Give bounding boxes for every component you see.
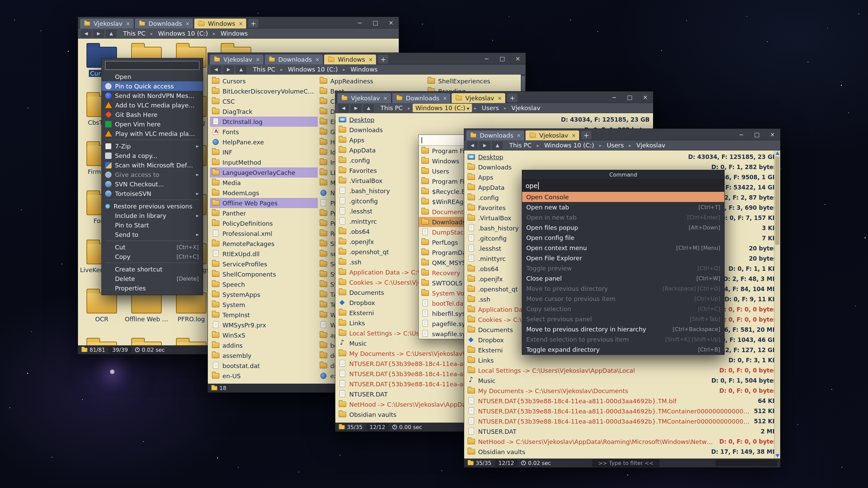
palette-command[interactable]: Select previous panel [Shift+Tab] [522,314,724,324]
tab-close-icon[interactable]: × [315,57,320,63]
file-row[interactable]: DtcInstall.log [210,117,318,127]
minimize-button[interactable]: − [352,17,368,28]
file-row[interactable]: bootstat.dat [210,361,318,371]
scrollbar-thumb[interactable] [775,157,780,245]
tab[interactable]: Vjekoslav × [337,93,391,103]
file-row[interactable]: Offline Web Pages [210,198,318,208]
tab-close-icon[interactable]: × [369,57,373,63]
breadcrumb-item[interactable]: This PC [507,141,534,149]
context-menu-item[interactable]: Include in library [102,211,203,220]
file-icon-item[interactable]: PrintDialog [169,336,214,345]
type-to-filter-hint[interactable]: >> Type to filter << [592,459,659,467]
context-menu-item[interactable]: Copy [Ctrl+C] [102,252,203,261]
file-row[interactable]: CSC [210,96,318,106]
palette-command[interactable]: Open files popup [Alt+Down] [522,222,724,232]
tab-close-icon[interactable]: × [185,21,190,27]
context-menu-item[interactable]: SVN Checkout... [102,179,203,189]
file-row[interactable]: Music D: 0, F: 1, 504 bytes [464,375,780,386]
vertical-scrollbar[interactable] [774,150,780,459]
file-icon-item[interactable]: Prefetch [124,336,169,345]
file-row[interactable]: DiagTrack [210,106,318,117]
context-menu-item[interactable]: Restore previous versions [102,201,203,211]
scroll-up-icon[interactable] [775,151,780,155]
palette-command[interactable]: Open Console [522,192,724,202]
tab[interactable]: Windows × [194,19,246,28]
up-button[interactable]: ▲ [492,141,503,149]
back-button[interactable]: ◀ [467,141,478,149]
context-menu-item[interactable]: TortoiseSVN [102,189,203,198]
breadcrumb-item[interactable]: This PC [378,104,406,112]
file-row[interactable]: NetHood -> C:\Users\Vjekoslav\AppData\Ro… [464,436,780,447]
file-row[interactable]: WMSysPr9.prx [210,320,318,330]
file-row[interactable]: assembly [210,350,318,361]
file-row[interactable]: SystemApps [210,289,318,300]
file-row[interactable]: NTUSER.DAT 2 MB [464,426,780,436]
tab[interactable]: Vjekoslav × [210,55,263,64]
file-row[interactable]: NTUSER.DAT{53b39e88-18c4-11ea-a811-000d3… [464,416,780,426]
close-button[interactable]: × [637,92,653,103]
file-icon-item[interactable]: PolicyDefinitions [79,336,124,345]
forward-button[interactable]: ▶ [351,104,361,112]
palette-command[interactable]: Move to previous directory [Backspace] [… [522,283,724,293]
file-row[interactable]: en-US [210,371,318,381]
file-row[interactable]: Desktop D: 43034, F: 125185, 23 GB [335,115,653,125]
breadcrumb-item[interactable]: Users [604,141,626,149]
new-tab-button[interactable]: + [581,131,591,140]
file-row[interactable]: ServiceProfiles [210,259,318,269]
tab[interactable]: Downloads × [466,130,524,140]
inline-rename-input[interactable] [105,61,199,70]
close-button[interactable]: × [383,17,399,28]
breadcrumb-item[interactable]: Windows 10 (C:) [155,29,211,38]
file-row[interactable]: Local Settings -> C:\Users\Vjekoslav\App… [464,365,780,375]
forward-button[interactable]: ▶ [93,29,104,38]
context-menu-item[interactable]: Open [102,72,203,81]
file-row[interactable]: NTUSER.DAT{53b39e88-18c4-11ea-a811-000d3… [464,406,780,416]
minimize-button[interactable]: − [733,129,749,140]
context-menu-item[interactable]: 7-Zip [102,141,203,151]
palette-command[interactable]: Move to previous directory in hierarchy … [522,324,724,334]
file-row[interactable]: LanguageOverlayCache [210,167,318,178]
file-row[interactable]: ShellExperiences [426,76,526,86]
tab-close-icon[interactable]: × [517,133,521,139]
palette-command[interactable]: Open config file [522,232,724,243]
tab[interactable]: Vjekoslav × [526,130,579,140]
file-row[interactable]: WinSxS [210,330,318,340]
tab-close-icon[interactable]: × [383,95,388,101]
palette-command[interactable]: Close panel [Ctrl+W] [522,273,724,283]
palette-command[interactable]: Toggle preview [Ctrl+Q] [522,263,724,273]
context-menu-item[interactable]: Pin to Quick access [102,81,203,91]
context-menu-item[interactable]: Give access to [102,170,203,179]
back-button[interactable]: ◀ [211,65,221,74]
new-tab-button[interactable]: + [378,55,388,64]
file-row[interactable]: Panther [210,208,318,218]
breadcrumb-item[interactable]: Windows [218,29,250,38]
up-button[interactable]: ▲ [236,65,246,74]
context-menu-item[interactable]: Open Vim here [102,119,203,129]
palette-command[interactable]: Move cursor to previous item [Ctrl+Up] [522,293,724,304]
palette-command[interactable]: Extend selection to previous item [Shift… [522,334,724,344]
context-menu-item[interactable]: Send to [102,230,203,239]
palette-command[interactable]: Copy selection [Ctrl+C] [522,304,724,314]
file-row[interactable]: Professional.xml [210,228,318,239]
tab-close-icon[interactable]: × [256,57,260,63]
minimize-button[interactable]: − [479,53,494,64]
file-row[interactable]: AppReadiness [318,76,426,86]
file-row[interactable]: InputMethod [210,157,318,167]
breadcrumb-item[interactable]: Windows 10 (C:) [413,104,472,112]
tab-close-icon[interactable]: × [126,21,130,27]
file-row[interactable]: Obsidian vaults D: 17, F: 149, 38 MB [464,447,780,457]
breadcrumb-item[interactable]: Windows 10 (C:) [541,141,597,149]
context-menu-item[interactable]: Delete [Delete] [102,274,203,283]
breadcrumb-item[interactable]: Windows 10 (C:) [285,65,340,74]
file-row[interactable]: Links D: 0, F: 3, 1 KB [464,355,780,365]
context-menu-item[interactable]: Send with NordVPN Meshnet [102,91,203,100]
context-menu-item[interactable]: Create shortcut [102,264,203,274]
context-menu-item[interactable]: Add to VLC media player's Playlist [102,100,203,110]
tab[interactable]: Vjekoslav × [80,19,134,28]
breadcrumb-item[interactable]: Users [479,104,501,112]
minimize-button[interactable]: − [606,92,622,103]
palette-command[interactable]: Open in new tab [Ctrl+Enter] [522,212,724,222]
tab-close-icon[interactable]: × [498,95,502,101]
breadcrumb-item[interactable]: Vjekoslav [509,104,543,112]
file-row[interactable]: BitLockerDiscoveryVolumeContents [210,86,318,96]
